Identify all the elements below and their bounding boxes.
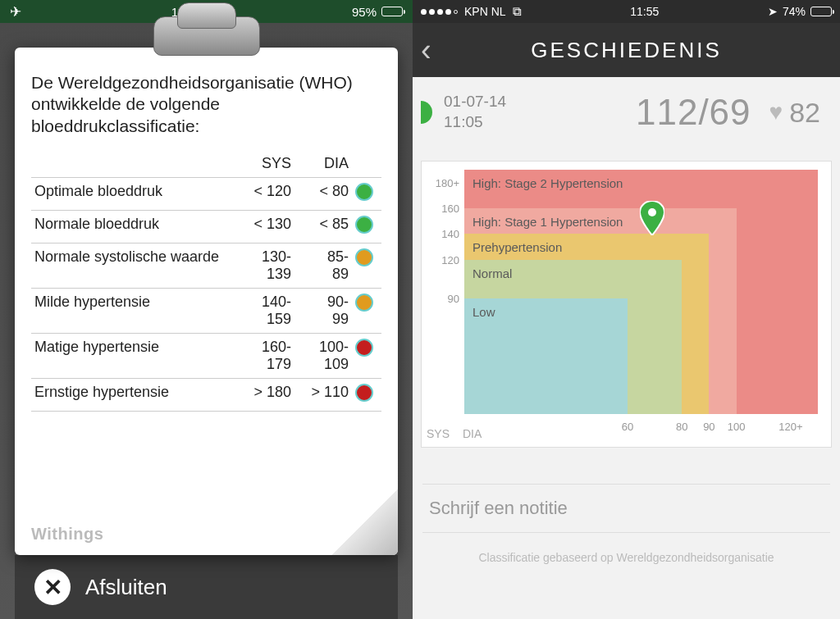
row-dot [352,243,381,288]
y-tick: 120 [441,253,459,266]
status-dot-icon [355,384,373,402]
bp-value: 112/69 [636,92,751,133]
row-label: Optimale bloeddruk [31,177,237,210]
bp-zone-chart: High: Stage 2 Hypertension High: Stage 1… [421,161,832,448]
row-sys: 140- 159 [237,288,294,333]
y-axis-label: SYS [427,427,450,440]
row-dot [352,177,381,210]
battery-percent: 95% [352,5,377,19]
status-dot-icon [355,248,373,266]
status-pip-icon [421,101,432,124]
footer-note: Classificatie gebaseerd op Wereldgezondh… [413,551,840,564]
table-row: Ernstige hypertensie> 180> 110 [31,378,381,411]
row-sys: < 130 [237,210,294,243]
y-tick: 180+ [436,176,459,189]
bp-class-table: SYS DIA Optimale bloeddruk< 120< 80Norma… [31,150,381,412]
row-sys: 160- 179 [237,333,294,378]
status-dot-icon [355,294,373,312]
row-label: Milde hypertensie [31,288,237,333]
x-tick: 100 [728,421,746,433]
wifi-icon: ⧉ [513,4,522,19]
clipboard-clip-icon [153,16,260,56]
x-tick: 60 [622,421,633,433]
col-sys: SYS [237,150,294,178]
row-sys: < 120 [237,177,294,210]
x-axis-label: DIA [463,427,482,440]
close-bar: ✕ Afsluiten [15,555,398,619]
row-dia: 100- 109 [294,333,352,378]
row-sys: > 180 [237,378,294,411]
battery-percent: 74% [783,5,806,18]
close-label: Afsluiten [85,575,167,600]
page-curl-icon [332,489,398,555]
row-dia: > 110 [294,378,352,411]
row-dia: < 85 [294,210,352,243]
table-row: Matige hypertensie160- 179100- 109 [31,333,381,378]
row-dot [352,210,381,243]
battery-icon [381,7,403,16]
table-row: Normale bloeddruk< 130< 85 [31,210,381,243]
x-tick: 80 [676,421,687,433]
row-dia: < 80 [294,177,352,210]
row-dot [352,288,381,333]
brand-label: Withings [31,525,103,544]
x-tick: 120+ [778,421,802,433]
row-label: Ernstige hypertensie [31,378,237,411]
zone-low: Low [464,298,628,414]
info-sheet: De Wereldgezondheidsorganisatie (WHO) on… [15,48,398,555]
svg-point-0 [648,208,656,216]
row-label: Normale systolische waarde [31,243,237,288]
reading-datetime: 01-07-14 11:05 [444,92,506,132]
clipboard-panel: De Wereldgezondheidsorganisatie (WHO) on… [0,23,413,619]
x-tick: 90 [703,421,714,433]
status-dot-icon [355,339,373,357]
phone-left: ✈ 11:54 95% De Wereldgezondheidsorganisa… [0,0,413,619]
location-icon: ➤ [768,5,778,18]
status-dot-icon [355,216,373,234]
nav-header: ‹ GESCHIEDENIS [413,23,840,77]
row-dia: 90- 99 [294,288,352,333]
back-button[interactable]: ‹ [421,34,431,66]
col-dia: DIA [294,150,352,178]
y-tick: 160 [441,203,459,215]
phone-right: KPN NL ⧉ 11:55 ➤ 74% ‹ GESCHIEDENIS 01-0… [413,0,840,619]
intro-text: De Wereldgezondheidsorganisatie (WHO) on… [31,72,381,137]
table-row: Optimale bloeddruk< 120< 80 [31,177,381,210]
row-dot [352,333,381,378]
reading-marker-icon [640,201,664,235]
airplane-mode-icon: ✈ [10,3,21,20]
reading-summary[interactable]: 01-07-14 11:05 112/69 ♥ 82 [413,77,840,143]
status-dot-icon [355,183,373,201]
row-label: Matige hypertensie [31,333,237,378]
page-title: GESCHIEDENIS [531,38,722,63]
note-input[interactable]: Schrijf een notitie [422,484,830,533]
y-tick: 140 [441,228,459,240]
carrier-label: KPN NL [464,5,506,18]
table-row: Normale systolische waarde130- 13985- 89 [31,243,381,288]
table-row: Milde hypertensie140- 15990- 99 [31,288,381,333]
y-tick: 90 [448,292,459,304]
heart-icon: ♥ [769,99,783,125]
battery-icon [810,7,832,16]
close-button[interactable]: ✕ [34,569,71,605]
hr-value: ♥ 82 [769,97,820,129]
signal-icon [421,9,458,15]
row-sys: 130- 139 [237,243,294,288]
status-time: 11:55 [630,5,659,18]
row-dot [352,378,381,411]
row-dia: 85- 89 [294,243,352,288]
row-label: Normale bloeddruk [31,210,237,243]
status-bar: KPN NL ⧉ 11:55 ➤ 74% [413,0,840,23]
